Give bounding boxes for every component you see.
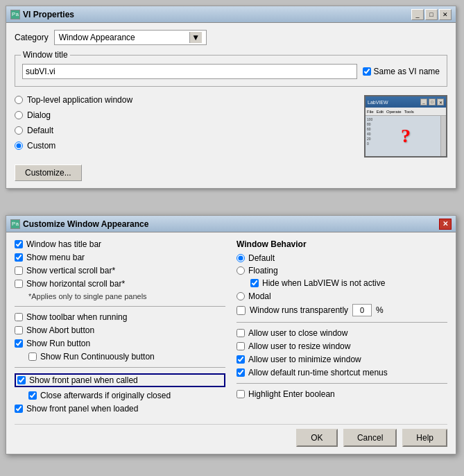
- allow-shortcuts-checkbox[interactable]: [237, 368, 245, 377]
- show-abort-item: Show Abort button: [15, 325, 225, 335]
- vi-properties-body: Category Window Appearance ▼ Window titl…: [6, 23, 456, 188]
- allow-close-label: Allow user to close window: [248, 328, 347, 338]
- show-run-continuously-checkbox[interactable]: [28, 352, 37, 361]
- radio-custom-input[interactable]: [15, 142, 23, 150]
- same-as-vi-name-checkbox[interactable]: [363, 67, 371, 76]
- vi-properties-icon: Pa: [10, 10, 20, 19]
- divider-1: [15, 306, 225, 307]
- radio-default-input[interactable]: [15, 126, 23, 135]
- preview-menu-operate: Operate: [386, 110, 402, 114]
- behavior-title: Window Behavior: [237, 239, 447, 249]
- appearance-radio-group: Top-level application window Dialog Defa…: [15, 95, 356, 158]
- radio-default[interactable]: Default: [15, 126, 356, 135]
- behavior-modal-radio[interactable]: [237, 292, 245, 300]
- show-toolbar-checkbox[interactable]: [15, 313, 23, 321]
- radio-dialog-input[interactable]: [15, 111, 23, 119]
- highlight-enter-item: Highlight Enter boolean: [237, 389, 447, 399]
- window-title-input[interactable]: [22, 64, 357, 79]
- show-vertical-scroll-label: Show vertical scroll bar*: [26, 266, 115, 275]
- radio-custom[interactable]: Custom: [15, 141, 356, 151]
- show-run-continuously-item: Show Run Continuously button: [28, 352, 225, 362]
- category-label: Category: [15, 33, 49, 42]
- preview-menu: File Edit Operate Tools: [366, 108, 446, 116]
- divider-4: [237, 383, 447, 384]
- ok-cancel-row: OK Cancel Help: [15, 424, 447, 447]
- show-front-panel-loaded-checkbox[interactable]: [15, 405, 23, 413]
- show-front-panel-loaded-item: Show front panel when loaded: [15, 404, 225, 414]
- category-select-text: Window Appearance: [59, 33, 189, 42]
- allow-minimize-checkbox[interactable]: [237, 355, 245, 364]
- show-run-checkbox[interactable]: [15, 339, 23, 348]
- show-front-panel-called-checkbox[interactable]: [17, 376, 26, 384]
- show-toolbar-label: Show toolbar when running: [26, 312, 127, 322]
- vi-properties-controls: _ □ ✕: [411, 9, 452, 20]
- show-menu-bar-checkbox[interactable]: [15, 253, 23, 262]
- window-title-bar-checkbox[interactable]: [15, 240, 23, 248]
- radio-top-level[interactable]: Top-level application window: [15, 95, 356, 105]
- hide-when-inactive-label: Hide when LabVIEW is not active: [262, 278, 385, 288]
- preview-min-btn: _: [420, 99, 427, 105]
- allow-minimize-label: Allow user to minimize window: [248, 355, 361, 364]
- same-as-vi-name-label[interactable]: Same as VI name: [363, 67, 440, 76]
- preview-box: LabVIEW _ □ ✕ File Edit Operate Tools 10…: [364, 95, 447, 158]
- show-horizontal-scroll-checkbox[interactable]: [15, 280, 23, 288]
- behavior-default-radio[interactable]: [237, 254, 245, 262]
- ok-button[interactable]: OK: [296, 429, 338, 447]
- show-horizontal-scroll-label: Show horizontal scroll bar*: [26, 279, 125, 289]
- transparency-value-input[interactable]: [352, 304, 372, 316]
- customize-icon: Pa: [10, 219, 20, 229]
- maximize-button[interactable]: □: [425, 9, 438, 20]
- customize-close-button[interactable]: ✕: [439, 219, 452, 230]
- close-afterwards-checkbox[interactable]: [28, 391, 37, 400]
- show-abort-checkbox[interactable]: [15, 326, 23, 334]
- close-afterwards-label: Close afterwards if originally closed: [40, 391, 171, 400]
- category-row: Category Window Appearance ▼: [15, 30, 447, 45]
- appearance-section: Top-level application window Dialog Defa…: [15, 95, 447, 158]
- preview-question-mark: ?: [401, 125, 411, 147]
- minimize-button[interactable]: _: [411, 9, 424, 20]
- category-select[interactable]: Window Appearance ▼: [54, 30, 207, 45]
- help-button[interactable]: Help: [402, 429, 447, 447]
- category-dropdown-icon[interactable]: ▼: [189, 32, 202, 43]
- show-front-panel-called-item: Show front panel when called: [15, 373, 225, 387]
- show-menu-bar-item: Show menu bar: [15, 253, 225, 262]
- show-horizontal-scroll-item: Show horizontal scroll bar*: [15, 279, 225, 289]
- show-run-label: Show Run button: [26, 339, 90, 348]
- behavior-floating-label: Floating: [248, 266, 278, 275]
- window-title-section-label: Window title: [21, 50, 70, 60]
- allow-resize-checkbox[interactable]: [237, 342, 245, 350]
- show-vertical-scroll-checkbox[interactable]: [15, 266, 23, 275]
- preview-title: LabVIEW: [368, 100, 419, 105]
- radio-top-level-input[interactable]: [15, 96, 23, 104]
- show-front-panel-called-label: Show front panel when called: [29, 375, 138, 385]
- preview-scrollbar: [440, 116, 446, 156]
- hide-when-inactive-checkbox[interactable]: [250, 279, 259, 287]
- customize-button[interactable]: Customize...: [15, 164, 82, 181]
- transparent-checkbox[interactable]: [237, 306, 246, 315]
- show-front-panel-loaded-label: Show front panel when loaded: [26, 404, 138, 414]
- show-vertical-scroll-item: Show vertical scroll bar*: [15, 266, 225, 275]
- hide-when-inactive-item: Hide when LabVIEW is not active: [250, 278, 447, 288]
- behavior-floating-radio[interactable]: [237, 266, 245, 275]
- show-run-continuously-label: Show Run Continuously button: [40, 352, 155, 362]
- highlight-enter-checkbox[interactable]: [237, 390, 245, 398]
- cancel-button[interactable]: Cancel: [343, 429, 397, 447]
- close-button[interactable]: ✕: [439, 9, 452, 20]
- window-title-row: Same as VI name: [22, 64, 440, 79]
- behavior-default-item: Default: [237, 253, 447, 263]
- customize-columns: Window has title bar Show menu bar Show …: [15, 239, 447, 417]
- show-toolbar-item: Show toolbar when running: [15, 312, 225, 322]
- vi-properties-titlebar: Pa VI Properties _ □ ✕: [6, 6, 456, 23]
- radio-dialog[interactable]: Dialog: [15, 110, 356, 120]
- allow-shortcuts-label: Allow default run-time shortcut menus: [248, 368, 388, 377]
- allow-close-checkbox[interactable]: [237, 329, 245, 337]
- window-title-bar-item: Window has title bar: [15, 239, 225, 249]
- right-column: Window Behavior Default Floating Hide wh…: [237, 239, 447, 417]
- customize-titlebar: Pa Customize Window Appearance ✕: [6, 216, 456, 232]
- allow-minimize-item: Allow user to minimize window: [237, 355, 447, 364]
- behavior-modal-label: Modal: [248, 291, 271, 301]
- transparent-label: Window runs transparently: [250, 305, 348, 315]
- transparency-unit: %: [376, 305, 384, 315]
- show-menu-bar-label: Show menu bar: [26, 253, 85, 262]
- behavior-modal-item: Modal: [237, 291, 447, 301]
